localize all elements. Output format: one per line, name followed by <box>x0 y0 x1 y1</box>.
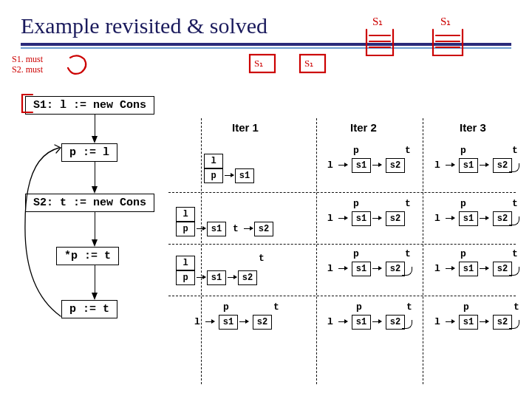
var-cell: p <box>176 270 195 285</box>
pts-graph: t l ps1s2 <box>176 256 257 285</box>
self-loop-icon <box>509 320 519 329</box>
pts-graph: p t l s1 s2 <box>324 250 412 276</box>
edge-arrow-icon <box>239 321 248 322</box>
row-divider <box>168 192 516 193</box>
iter-divider <box>316 118 317 384</box>
var-label: t <box>514 301 519 313</box>
diagram-area: S1: l := new Cons p := l S2: t := new Co… <box>21 59 511 384</box>
obj-cell: s1 <box>235 168 254 183</box>
var-label: p <box>223 301 229 313</box>
edge-arrow-icon <box>372 321 381 322</box>
edge-arrow-icon <box>228 277 236 278</box>
edge-arrow-icon <box>372 218 381 219</box>
obj-cell: s1 <box>459 158 478 173</box>
edge-arrow-icon <box>372 268 381 269</box>
var-label: l <box>324 158 337 173</box>
var-label: t <box>229 222 242 236</box>
pts-graph: p t l s1 s2 <box>324 200 405 226</box>
var-label: l <box>324 315 337 330</box>
svg-text:S₁: S₁ <box>254 58 263 69</box>
edge-arrow-icon <box>480 268 488 269</box>
edge-arrow-icon <box>480 321 488 322</box>
var-label: l <box>324 211 337 226</box>
var-label: l <box>431 262 444 276</box>
obj-cell: s1 <box>352 158 371 173</box>
points-to-arrow-icon <box>338 268 347 269</box>
self-loop-icon <box>509 163 519 172</box>
points-to-arrow-icon <box>338 165 347 166</box>
flow-arrow-icon <box>92 293 98 300</box>
iter-divider <box>201 118 202 384</box>
var-label: t <box>273 301 279 313</box>
pts-graph: p t l s1 s2 <box>324 303 412 330</box>
iter-label: Iter 1 <box>232 121 259 134</box>
points-to-arrow-icon <box>225 175 233 176</box>
pts-graph: p t l s1 s2 <box>431 200 519 226</box>
var-label: l <box>431 315 444 330</box>
var-label: l <box>431 158 444 173</box>
iter-divider <box>423 118 423 384</box>
flow-arrow-icon <box>92 136 98 143</box>
stmt-s1: S1: l := new Cons <box>25 96 154 115</box>
svg-text:S1. must: S1. must <box>12 54 44 64</box>
edge-arrow-icon <box>480 218 488 219</box>
pts-graph: p t l s1 s2 <box>431 146 519 173</box>
points-to-arrow-icon <box>338 321 347 322</box>
points-to-arrow-icon <box>338 218 347 219</box>
points-to-arrow-icon <box>446 268 454 269</box>
annotation-scribble-icon: S₁ S₁ <box>359 15 522 61</box>
obj-cell: s1 <box>352 315 371 330</box>
pts-graph: l ps1 ts2 <box>176 207 273 236</box>
obj-cell: s1 <box>459 315 478 330</box>
flow-arrow-line <box>95 265 95 294</box>
points-to-arrow-icon <box>205 321 214 322</box>
var-cell: l <box>176 207 195 222</box>
var-label: t <box>405 248 411 259</box>
flow-arrow-line <box>95 114 95 137</box>
var-label: t <box>405 198 411 209</box>
stmt-p-eq-t: p := t <box>61 300 117 318</box>
points-to-arrow-icon <box>446 165 454 166</box>
var-cell: l <box>176 256 195 270</box>
var-label: t <box>405 145 411 156</box>
var-cell: l <box>204 154 223 168</box>
obj-cell: s1 <box>352 262 371 276</box>
var-label: p <box>353 248 359 259</box>
obj-cell: s1 <box>207 222 226 236</box>
row-divider <box>168 296 516 296</box>
row-divider <box>168 244 516 245</box>
self-loop-icon <box>402 320 412 329</box>
svg-text:S₁: S₁ <box>440 16 451 27</box>
var-label: p <box>463 301 469 313</box>
pts-graph: l ps1 <box>204 154 254 183</box>
var-label: p <box>353 145 359 156</box>
flow-arrow-line <box>95 211 95 241</box>
flow-arrow-icon <box>92 186 98 194</box>
pts-graph: p t l s1 s2 <box>191 303 272 330</box>
var-label: l <box>324 262 337 276</box>
edge-arrow-icon <box>372 165 381 166</box>
obj-cell: s1 <box>219 315 238 330</box>
obj-cell: s1 <box>207 270 226 285</box>
annotation-scribble-icon: S₁ S₁ <box>242 44 346 78</box>
var-label: t <box>512 248 518 259</box>
points-to-arrow-icon <box>197 228 205 229</box>
flow-arrow-line <box>95 161 95 188</box>
iter-label: Iter 3 <box>460 121 486 134</box>
flow-arrow-icon <box>92 239 98 247</box>
obj-cell: s2 <box>386 158 405 173</box>
var-label: p <box>460 145 466 156</box>
annotation-bracket-icon <box>19 93 37 115</box>
stmt-star-p-eq-t: *p := t <box>56 247 119 265</box>
pts-graph: p t l s1 s2 <box>324 146 405 173</box>
var-label: p <box>353 198 359 209</box>
var-label: l <box>431 211 444 226</box>
points-to-arrow-icon <box>446 218 454 219</box>
obj-cell: s1 <box>352 211 371 226</box>
obj-cell: s2 <box>253 315 272 330</box>
var-label: p <box>356 301 362 313</box>
var-label: t <box>512 198 518 209</box>
obj-cell: s2 <box>386 211 405 226</box>
var-cell: p <box>204 168 223 183</box>
self-loop-icon <box>402 267 412 276</box>
